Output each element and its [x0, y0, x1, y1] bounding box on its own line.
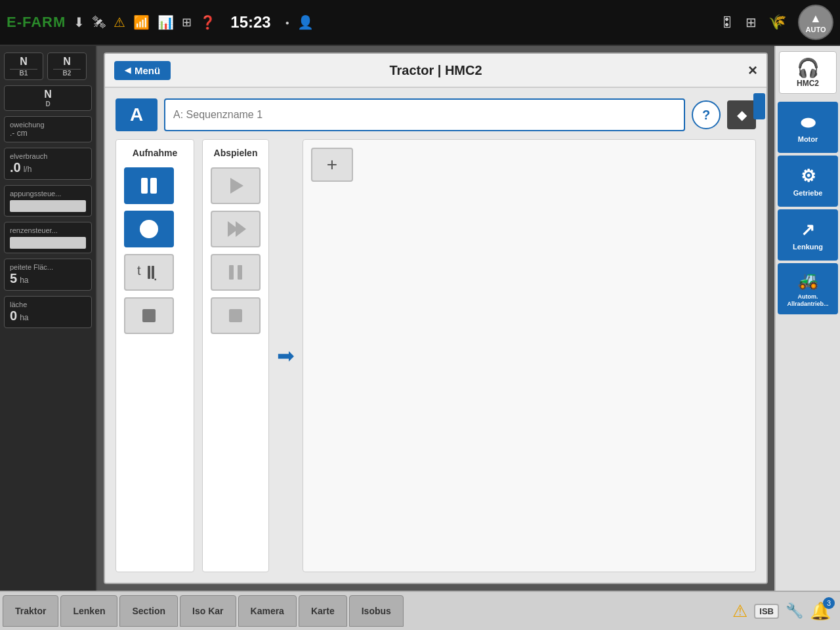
dialog-header: Menü Tractor | HMC2 × [105, 54, 766, 88]
svg-rect-1 [150, 178, 157, 194]
stop-icon [137, 304, 161, 327]
satellite-icon: 🛰 [93, 15, 106, 30]
help-button[interactable]: ? [692, 100, 721, 129]
logo: E-FARM [7, 14, 66, 31]
controls-area: Aufnahme [116, 139, 756, 572]
arrow-down-button[interactable]: ◆ [727, 100, 756, 129]
tab-kamera[interactable]: Kamera [238, 595, 297, 627]
bottom-bar: Traktor Lenken Section Iso Kar Kamera Ka… [0, 591, 840, 630]
renzensteuer-widget: renzensteuer... [4, 222, 92, 253]
getriebe-label: Getriebe [793, 189, 823, 197]
svg-point-2 [140, 220, 158, 238]
signal-icon: 📊 [158, 14, 174, 30]
svg-rect-0 [141, 178, 148, 194]
elverbrauch-widget: elverbrauch .0 l/h [4, 148, 92, 180]
appungssteue-bar [10, 200, 86, 212]
motor-icon: ⬬ [801, 112, 815, 133]
tab-isobus[interactable]: Isobus [349, 595, 404, 627]
getriebe-button[interactable]: ⚙ Getriebe [778, 156, 838, 207]
record-icon [137, 174, 161, 198]
auto-label: AUTO [806, 26, 826, 33]
stop-play-icon [224, 304, 247, 327]
flache1-value: 5 [10, 271, 17, 286]
elverbrauch-value: .0 [10, 160, 21, 175]
tab-karte[interactable]: Karte [299, 595, 347, 627]
flache1-widget: peitete Fläc... 5 ha [4, 259, 92, 291]
motor-label: Motor [798, 135, 818, 143]
elverbrauch-unit: l/h [24, 165, 32, 174]
clock-time: 15:23 [230, 13, 270, 32]
warning-triangle-icon: ⚠ [732, 601, 747, 621]
appungssteue-title: appungssteue... [10, 190, 86, 198]
sequence-canvas: + [303, 139, 756, 572]
play-icon [224, 174, 247, 198]
n-d-sub: D [10, 100, 86, 108]
svg-text:t: t [137, 263, 141, 278]
n-d-n: N [10, 89, 86, 100]
aufnahme-panel: Aufnahme [116, 139, 194, 572]
oweichung-title: oweichung [10, 121, 86, 129]
flache2-value: 0 [10, 308, 17, 324]
elverbrauch-title: elverbrauch [10, 152, 86, 160]
scroll-indicator [753, 93, 765, 119]
sequence-name-input[interactable] [164, 98, 685, 131]
right-arrow-icon: ➡ [277, 343, 295, 368]
svg-rect-7 [142, 309, 156, 322]
flache2-widget: läche 0 ha [4, 296, 92, 328]
record-button[interactable] [124, 167, 174, 204]
tab-traktor[interactable]: Traktor [3, 595, 58, 627]
bullet-icon: ● [285, 19, 289, 26]
flache1-unit: ha [20, 276, 28, 285]
allrad-button[interactable]: 🚜 Autom. Allradantrieb... [778, 263, 838, 314]
n-b2-label: N [53, 56, 81, 68]
wifi-icon: 📶 [133, 14, 150, 30]
bell-badge: 3 [823, 597, 835, 609]
renzensteuer-title: renzensteuer... [10, 226, 86, 234]
crop-icon: 🌾 [768, 14, 786, 31]
user-icon: 👤 [297, 14, 314, 30]
timer-delay-button[interactable]: t ▪ [124, 254, 174, 291]
bottom-right-icons: ⚠ ISB 🔧 🔔 3 [732, 601, 837, 621]
menu-button[interactable]: Menü [114, 61, 171, 80]
flache2-unit: ha [20, 313, 28, 322]
oweichung-unit: .- cm [10, 129, 86, 138]
hmc2-icon: 🎧 [797, 57, 820, 79]
allrad-label: Autom. Allradantrieb... [778, 293, 838, 308]
center-area: Menü Tractor | HMC2 × A ? ◆ [97, 46, 774, 591]
circle-record-icon [137, 217, 161, 241]
add-sequence-button[interactable]: + [311, 148, 353, 182]
dialog-window: Menü Tractor | HMC2 × A ? ◆ [104, 52, 768, 584]
tractor-settings-icon: ⊞ [746, 14, 757, 30]
step-forward-button[interactable] [211, 211, 261, 247]
auto-icon: ▲ [810, 12, 822, 26]
tab-iso-kar[interactable]: Iso Kar [180, 595, 236, 627]
tab-section[interactable]: Section [119, 595, 178, 627]
grid-icon: ⊞ [182, 15, 192, 30]
n-b2-widget: N B2 [47, 52, 87, 80]
motor-button[interactable]: ⬬ Motor [778, 102, 838, 153]
pause-button[interactable] [211, 254, 261, 291]
play-button[interactable] [211, 167, 261, 204]
speedometer-icon: 🎛 [721, 15, 734, 30]
appungssteue-widget: appungssteue... [4, 185, 92, 217]
allrad-icon: 🚜 [797, 270, 818, 291]
help-circle-icon: ❓ [200, 14, 216, 30]
tab-lenken[interactable]: Lenken [60, 595, 117, 627]
getriebe-icon: ⚙ [801, 166, 816, 186]
sequence-a-button[interactable]: A [116, 98, 158, 131]
record-circle-button[interactable] [124, 211, 174, 247]
dialog-body: A ? ◆ Aufnahme [105, 88, 766, 583]
b1-label: B1 [10, 69, 37, 77]
main-content: N B1 N B2 N D oweichung .- cm elverbrauc… [0, 46, 840, 591]
lenkung-button[interactable]: ↗ Lenkung [778, 209, 838, 261]
n-b1-label: N [10, 56, 37, 68]
download-icon: ⬇ [74, 14, 85, 30]
top-bar: E-FARM ⬇ 🛰 ⚠ 📶 📊 ⊞ ❓ 15:23 ● 👤 🎛 ⊞ 🌾 ▲ A… [0, 0, 840, 46]
stop-button[interactable] [124, 297, 174, 334]
close-button[interactable]: × [748, 61, 757, 79]
bell-container: 🔔 3 [810, 601, 831, 621]
svg-marker-8 [230, 178, 243, 194]
auto-button[interactable]: ▲ AUTO [798, 5, 833, 40]
stop-play-button[interactable] [211, 297, 261, 334]
tools-icon: 🔧 [786, 602, 803, 620]
